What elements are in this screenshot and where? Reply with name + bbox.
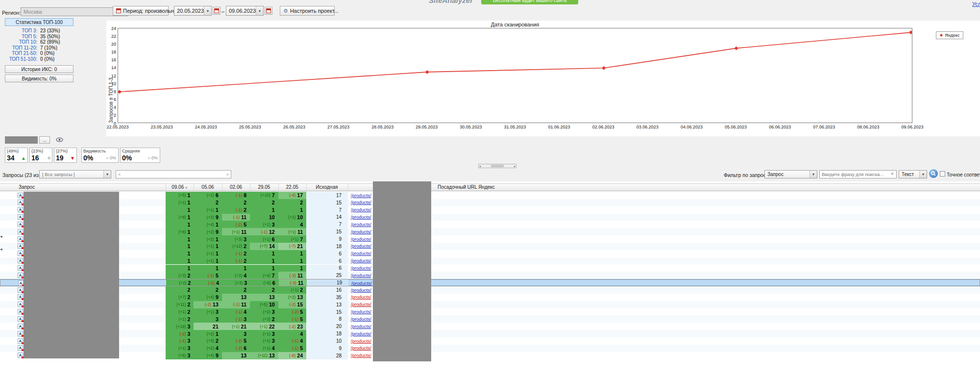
landing-url-link[interactable]: /products/ — [351, 353, 371, 358]
table-row[interactable]: A(+1)1222215/products/ — [0, 199, 980, 206]
date-column-header[interactable]: 09.06▲ — [172, 184, 188, 190]
table-row[interactable]: A(+1)23(-1)3(+3)2(-1)58/products/ — [0, 315, 980, 323]
initial-column-header[interactable]: Исходная — [316, 184, 338, 190]
landing-url-link[interactable]: /products/ — [351, 324, 371, 329]
period-button[interactable]: Период: произвольно — [113, 6, 169, 16]
more-button[interactable]: .. — [39, 136, 50, 144]
scroll-right-icon[interactable]: ▸ — [514, 165, 515, 168]
landing-url-link[interactable]: /products/ — [351, 200, 371, 205]
landing-url-link[interactable]: /products/ — [351, 280, 372, 286]
table-row[interactable]: A(+6)3(+4)913(+11)13(-6)2428/products/ — [0, 352, 980, 359]
date-column-header[interactable]: 02.06 — [230, 184, 242, 190]
landing-url-link[interactable]: /products/ — [351, 258, 371, 263]
table-row[interactable]: A(+5)1(+2)6(-1)8(+10)7(-4)1717/products/ — [0, 192, 980, 199]
position-cell: (+1)3 — [194, 308, 221, 316]
free-audit-button[interactable]: Бесплатный аудит вашего сайта — [481, 0, 578, 4]
table-body: A(+5)1(+2)6(-1)8(+10)7(-4)1717/products/… — [0, 192, 980, 359]
table-row[interactable]: A(+18)321(+1)21(+1)22(-2)2320/products/ — [0, 323, 980, 330]
landing-url-link[interactable]: /products/ — [351, 309, 371, 314]
top100-stats-header[interactable]: Статистика ТОП-100 — [5, 18, 74, 26]
landing-url-link[interactable]: /products/ — [351, 331, 371, 336]
landing-url-link[interactable]: /products/ — [351, 207, 371, 212]
date-column-header[interactable]: 05.06 — [202, 184, 214, 190]
stat-link[interactable]: ТОП 21-50: — [6, 51, 37, 56]
landing-url-link[interactable]: /products/ — [351, 214, 371, 220]
clear-icon[interactable]: × — [891, 172, 894, 177]
landing-url-link[interactable]: /products/ — [351, 287, 371, 293]
table-row[interactable]: A1(+4)1(-2)5(+1)347/products/ — [0, 221, 980, 228]
region-select[interactable]: Москва ▾ — [21, 7, 128, 16]
splitter-left-icon[interactable]: ◂ — [0, 234, 2, 239]
landing-url-link[interactable]: /products/ — [351, 345, 371, 351]
date-to-calendar-button[interactable] — [265, 7, 272, 15]
exact-match-checkbox[interactable] — [940, 171, 945, 177]
table-row[interactable]: A1(+1)1(-1)2117/products/ — [0, 206, 980, 214]
iks-history-button[interactable]: История ИКС: 0 — [5, 65, 74, 73]
table-row[interactable]: A(+2)2(-1)4(+3)3(+5)6(-3)1119/products/ — [0, 279, 980, 286]
landing-url-link[interactable]: /products/ — [351, 265, 371, 271]
horizontal-scrollbar[interactable]: ◂ ▸ — [478, 164, 516, 168]
stat-link[interactable]: ТОП 11-20: — [6, 45, 37, 51]
visibility-eye-button[interactable] — [54, 136, 65, 144]
splitter-left-icon[interactable]: ◂ — [0, 247, 2, 252]
eye-icon — [56, 137, 63, 142]
date-to-picker[interactable]: 09.06.2023 ▾ — [226, 6, 264, 16]
table-row[interactable]: A(+1)2(+1)3(-1)4(+2)3(-2)515/products/ — [0, 308, 980, 316]
filter-type-select[interactable]: Текст ▾ — [899, 170, 927, 178]
search-button[interactable] — [929, 169, 938, 178]
query-search-input[interactable]: < > — [116, 170, 231, 178]
table-row[interactable]: A(+3)2(-1)5(+3)4(+4)7(-3)1125/products/ — [0, 272, 980, 279]
position-cell: 10 — [250, 214, 278, 221]
query-column-header[interactable]: Запрос — [19, 184, 35, 190]
stat-link[interactable]: ТОП 5: — [6, 34, 37, 40]
table-row[interactable]: A1(+1)1(+12)2(+7)14(-7)2118/products/ — [0, 243, 980, 250]
query-group-select[interactable]: [ Все запросы ] ▾ — [39, 170, 111, 178]
landing-url-link[interactable]: /products/ — [351, 338, 371, 344]
date-from-picker[interactable]: 20.05.2023 ▾ — [174, 6, 212, 16]
table-row[interactable]: A111116/products/ — [0, 265, 980, 272]
table-row[interactable]: A1(+2)1(+3)3(+1)6(+1)79/products/ — [0, 235, 980, 243]
table-row[interactable]: A(+8)1(+2)9(+1)11(-1)12(+1)1115/products… — [0, 228, 980, 235]
landing-url-link[interactable]: /products/ — [351, 251, 371, 256]
position-cell: (+1)11 — [222, 228, 250, 235]
landing-url-link[interactable]: /products/ — [351, 193, 371, 198]
position-change: (+1) — [263, 222, 270, 227]
stat-link[interactable]: ТОП 3: — [6, 28, 37, 34]
landing-url-link[interactable]: /products/ — [351, 222, 371, 227]
position-value: 4 — [216, 345, 219, 351]
table-row[interactable]: A(+11)2(-2)13(-1)11(+5)10(-2)1513/produc… — [0, 301, 980, 308]
table-row[interactable]: A(+7)2(+4)91313(+2)1335/products/ — [0, 294, 980, 301]
table-row[interactable]: A(+8)1(+2)9(-1)1110(+2)1014/products/ — [0, 214, 980, 221]
configure-project-button[interactable]: ⚙ Настроить проект... — [280, 6, 335, 16]
landing-url-link[interactable]: /products/ — [351, 273, 371, 278]
landing-url-link[interactable]: /products/ — [351, 302, 371, 307]
landing-url-link[interactable]: /products/ — [351, 229, 371, 234]
position-value: 4 — [272, 345, 275, 351]
corner-link[interactable]: Усл — [972, 1, 980, 7]
y-tick-label: 22 — [107, 34, 116, 39]
table-row[interactable]: A(+1)3(+2)4(-2)6(+1)4(-1)59/products/ — [0, 345, 980, 352]
filter-field-select[interactable]: Запрос ▾ — [764, 170, 817, 178]
landing-url-link[interactable]: /products/ — [351, 294, 371, 300]
landing-url-link[interactable]: /products/ — [351, 243, 371, 249]
visibility-button[interactable]: Видимость: 0% — [5, 75, 74, 82]
position-change: (+8) — [178, 215, 186, 220]
stat-link[interactable]: ТОП 51-100: — [6, 56, 37, 62]
landing-url-link[interactable]: /products/ — [351, 316, 371, 322]
url-column-header[interactable]: Посадочный URL Яндекс — [438, 184, 495, 190]
date-column-header[interactable]: 29.05 — [258, 184, 270, 190]
table-row[interactable]: A(-1)3(+3)2(-2)5(+1)3(-1)410/products/ — [0, 337, 980, 345]
declined-count: 19 — [56, 154, 64, 162]
table-row[interactable]: A1(+1)1(-1)2116/products/ — [0, 250, 980, 257]
table-row[interactable]: A(-2)3(+2)13(+1)3418/products/ — [0, 330, 980, 337]
table-row[interactable]: A2222(+1)216/products/ — [0, 286, 980, 294]
exact-match-label-text: Точное соответс — [947, 172, 980, 177]
scrollbar-thumb[interactable] — [491, 165, 504, 167]
date-column-header[interactable]: 22.05 — [286, 184, 298, 190]
landing-url-link[interactable]: /products/ — [351, 236, 371, 242]
table-row[interactable]: A1(+1)1(-1)2116/products/ — [0, 257, 980, 265]
date-from-calendar-button[interactable] — [213, 7, 220, 15]
filter-search-input[interactable] — [819, 170, 897, 178]
stat-link[interactable]: ТОП 10: — [6, 39, 37, 45]
scroll-left-icon[interactable]: ◂ — [479, 165, 481, 168]
